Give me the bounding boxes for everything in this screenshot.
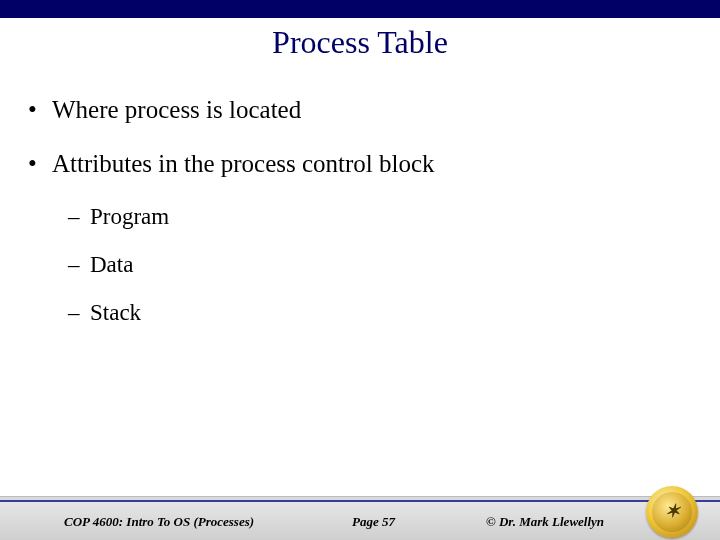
slide: Process Table Where process is located A… (0, 0, 720, 540)
bullet-level1: Attributes in the process control block (28, 150, 692, 178)
footer-author: © Dr. Mark Llewellyn (486, 514, 604, 530)
bullet-level2: Data (28, 252, 692, 278)
slide-title: Process Table (0, 24, 720, 61)
footer-page: Page 57 (352, 514, 395, 530)
bullet-level2: Program (28, 204, 692, 230)
top-accent-bar (0, 0, 720, 18)
footer-course: COP 4600: Intro To OS (Processes) (64, 514, 254, 530)
seal-inner-disc: ✶ (652, 492, 692, 532)
bullet-level1: Where process is located (28, 96, 692, 124)
ucf-pegasus-seal-icon: ✶ (646, 486, 698, 538)
seal-glyph: ✶ (665, 502, 680, 520)
bullet-level2: Stack (28, 300, 692, 326)
slide-content: Where process is located Attributes in t… (28, 80, 692, 348)
footer: COP 4600: Intro To OS (Processes) Page 5… (0, 496, 720, 540)
